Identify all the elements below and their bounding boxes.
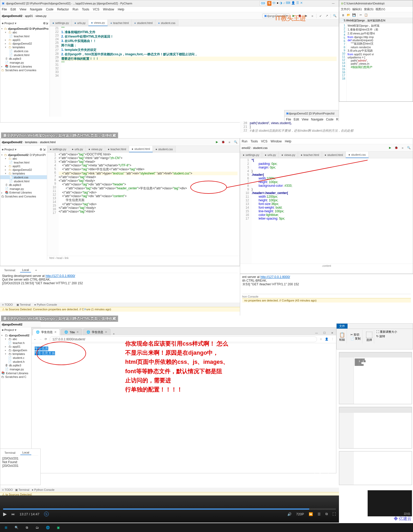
menu-file[interactable]: File bbox=[2, 8, 7, 11]
np-save-icon[interactable]: 💾 bbox=[352, 13, 356, 17]
p2-code[interactable]: 1234567891011121314151617<"attr">class="… bbox=[47, 153, 240, 256]
br-tab-1[interactable]: 🌐 学生信息 ✕ bbox=[33, 329, 60, 335]
p2-tab-views[interactable]: ● views.py bbox=[86, 146, 105, 152]
explorer-icon[interactable]: 🗂 bbox=[33, 524, 42, 531]
video-progress[interactable] bbox=[3, 509, 336, 510]
tree-file-student-html[interactable]: 📄student.html bbox=[0, 53, 50, 57]
sb1-pycon[interactable]: ● Python Console bbox=[34, 303, 57, 306]
p2-tab-urls[interactable]: ● urls.py bbox=[69, 146, 86, 152]
rb-rotate[interactable]: ↻ 旋转 bbox=[376, 334, 397, 338]
rb-cut[interactable]: ✂ 剪切 bbox=[350, 333, 359, 337]
breadcrumb[interactable]: djangoDemo02 › app01 › views.py bbox=[2, 14, 46, 17]
profile-icon[interactable]: 👤 bbox=[325, 337, 329, 341]
p2-tab-student-css[interactable]: ● student.css bbox=[153, 146, 175, 152]
br-max[interactable]: ☐ bbox=[320, 330, 328, 335]
p2-student-css[interactable]: 📄student.css bbox=[0, 175, 47, 179]
frag-menu-file[interactable]: File bbox=[286, 118, 291, 121]
np-new-icon[interactable]: 🗎 bbox=[341, 13, 345, 17]
search-button[interactable]: 🔍 bbox=[332, 14, 337, 18]
tree-folder-abc[interactable]: ▾🗀abc bbox=[0, 31, 50, 34]
settings-icon[interactable]: ⚙ bbox=[43, 22, 46, 25]
p4-menu-vcs[interactable]: VCS bbox=[261, 140, 268, 143]
p4-menu-window[interactable]: Window bbox=[271, 140, 282, 143]
cc-icon[interactable]: ☰ bbox=[318, 512, 321, 516]
play-overlay-icon[interactable]: ▷ bbox=[314, 464, 329, 478]
p4-tab-urls[interactable]: ● urls.py bbox=[262, 152, 279, 158]
p2-tab-student-html[interactable]: ● student.html bbox=[129, 146, 153, 152]
p2-templates[interactable]: ▾🗀templates bbox=[0, 172, 47, 175]
rb-copy[interactable]: 📄 复制 bbox=[350, 337, 361, 341]
p2-tab-settings[interactable]: ● settings.py bbox=[47, 146, 69, 152]
frag-menu-nav[interactable]: Navigate bbox=[311, 118, 323, 121]
menu-code[interactable]: Code bbox=[46, 8, 53, 11]
back-icon[interactable]: ← bbox=[34, 338, 37, 341]
np-menu-edit[interactable]: 编辑(E) bbox=[352, 7, 362, 11]
menu-edit[interactable]: Edit bbox=[10, 8, 16, 11]
taskview-icon[interactable]: ⧉ bbox=[22, 524, 31, 531]
project-panel-header[interactable]: ■ Project ▾⚙ ⇲ bbox=[0, 21, 50, 26]
p2-tree-root[interactable]: ▾🗀djangoDemo02 D:\Python\Pr bbox=[0, 153, 47, 157]
p4-tab-student-css[interactable]: ● student.css bbox=[346, 152, 368, 158]
pip-icon[interactable]: ⧉ bbox=[325, 512, 328, 516]
terminal-3[interactable]: Terminal:Local [20/Oct/201 Not Found: [2… bbox=[0, 449, 41, 485]
search-taskbar-icon[interactable]: 🔍 bbox=[12, 524, 21, 531]
p4-menu-tools[interactable]: Tools bbox=[251, 140, 258, 143]
p2-teacher[interactable]: 📄teacher.html bbox=[0, 160, 47, 164]
menu-icon[interactable]: ⋮ bbox=[331, 337, 334, 341]
tree-file-db[interactable]: 🛢db.sqlite3 bbox=[0, 57, 50, 61]
tab-teacher[interactable]: ●teacher.html bbox=[108, 20, 132, 26]
rb-resize[interactable]: ⛶ 重新调整大小 bbox=[376, 330, 397, 334]
speed-icon[interactable]: ⏩ bbox=[309, 512, 313, 516]
term2-url[interactable]: http://127.0.0.1:8000/ bbox=[260, 275, 290, 279]
frag-menu-r[interactable]: R bbox=[336, 118, 338, 121]
term1-url[interactable]: http://127.0.0.1:8000/ bbox=[46, 274, 75, 278]
stop-button[interactable]: ■ bbox=[310, 14, 315, 18]
rb-select[interactable]: 选择 bbox=[365, 330, 374, 343]
tree-file-manage[interactable]: 📄manage.py bbox=[0, 61, 50, 64]
p2-debug-button[interactable]: 🐞 bbox=[221, 140, 226, 144]
np-cut-icon[interactable]: ✂ bbox=[358, 13, 363, 17]
start-button[interactable]: ⊞ bbox=[2, 524, 10, 531]
menu-navigate[interactable]: Navigate bbox=[30, 8, 42, 11]
p2-extlib[interactable]: ▸📚 External Libraries bbox=[0, 191, 47, 195]
np-file-tab[interactable]: 📄 5.Web框架Django，如何返回静态ht bbox=[339, 18, 413, 23]
term2-warn[interactable]: no properties are detected. // Configure… bbox=[242, 298, 411, 303]
fullscreen-icon[interactable]: ⛶ bbox=[332, 512, 336, 516]
p4-stop[interactable]: ■ bbox=[400, 146, 405, 150]
tree-folder-django[interactable]: ▸🗀djangoDemo02 bbox=[0, 42, 50, 45]
menu-help[interactable]: Help bbox=[118, 8, 124, 11]
frag-menu-edit[interactable]: Edit bbox=[294, 118, 299, 121]
new-tab-button[interactable]: + bbox=[111, 332, 117, 335]
minimize-button[interactable]: — bbox=[329, 1, 337, 6]
np-open-icon[interactable]: 📂 bbox=[346, 13, 351, 17]
p4-tab-teacher[interactable]: ● teacher.html bbox=[298, 152, 322, 158]
star-icon[interactable]: ☆ bbox=[320, 337, 322, 341]
menu-tools[interactable]: Tools bbox=[82, 8, 89, 11]
tree-root[interactable]: ▾🗀djangoDemo02 D:\Python\Pro bbox=[0, 27, 50, 31]
np-copy-icon[interactable]: 📋 bbox=[364, 13, 368, 17]
terminal-1[interactable]: Terminal: Local + Starting development s… bbox=[0, 266, 240, 300]
p2-search-button[interactable]: 🔍 bbox=[233, 140, 238, 144]
video-quality[interactable]: 720P bbox=[296, 512, 304, 516]
menu-refactor[interactable]: Refactor bbox=[57, 8, 69, 11]
p4-debug[interactable]: 🐞 bbox=[394, 146, 399, 150]
p4-search[interactable]: 🔍 bbox=[406, 146, 411, 150]
loop-icon[interactable]: ↻ bbox=[44, 512, 49, 516]
frag-menu-view[interactable]: View bbox=[302, 118, 308, 121]
tab-urls[interactable]: ●urls.py bbox=[72, 20, 88, 26]
br-tab-2[interactable]: 🌐 Title ✕ bbox=[61, 329, 82, 335]
br-close[interactable]: ✕ bbox=[328, 330, 336, 335]
p2-app01[interactable]: ▸🗀app01 bbox=[0, 164, 47, 168]
br-tab-3[interactable]: 🌐 学生信息 ✕ bbox=[83, 329, 111, 335]
tree-ext-lib[interactable]: ▸📚External Libraries bbox=[0, 64, 50, 68]
p4-run[interactable]: ▶ bbox=[388, 146, 392, 150]
p2-manage[interactable]: 📄manage.py bbox=[0, 187, 47, 191]
fwd-icon[interactable]: → bbox=[39, 338, 42, 341]
tree-file-css[interactable]: 📄student.css bbox=[0, 49, 50, 53]
p2-django[interactable]: ▸🗀djangoDemo02 bbox=[0, 168, 47, 172]
p4-code[interactable]: 1234567891011121314151617*{ padding: 0px… bbox=[240, 158, 413, 264]
rb-paste[interactable]: 📋粘贴 bbox=[338, 330, 347, 343]
menu-run[interactable]: Run bbox=[72, 8, 78, 11]
terminal-2[interactable]: ent server at http://127.0.0.1:8000/ ith… bbox=[240, 274, 413, 316]
p2-scratches[interactable]: 🗀 Scratches and Consoles bbox=[0, 195, 47, 198]
